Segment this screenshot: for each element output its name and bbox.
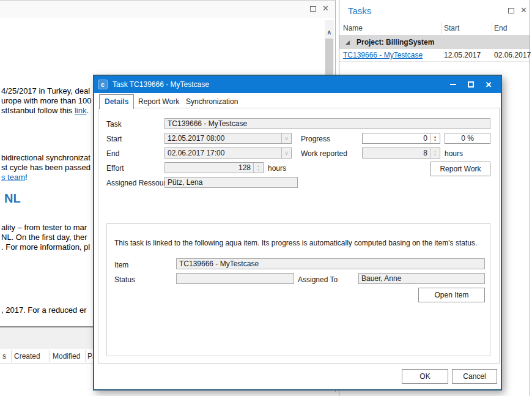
doc-text-line: NL. On the first day, ther — [1, 233, 87, 242]
assigned-resource-label: Assigned Ressource — [106, 179, 174, 187]
ok-button[interactable]: OK — [402, 369, 448, 384]
doc-text-line: bidirectional synchronizat — [1, 153, 91, 163]
work-reported-label: Work reported — [301, 149, 347, 158]
doc-text-line: st cycle has been passed — [1, 163, 91, 173]
task-field-label: Task — [106, 120, 122, 129]
doc-hyperlink[interactable]: s team — [1, 173, 25, 182]
group-label: Project: BillingSystem — [357, 35, 434, 49]
work-reported-spinner: 8 ▴▾ — [362, 148, 440, 159]
task-field: TC139666 - MyTestcase — [164, 118, 490, 129]
assigned-to-field: Bauer, Anne — [358, 273, 485, 284]
maximize-icon[interactable] — [508, 8, 514, 13]
start-field-label: Start — [106, 135, 122, 143]
screen: ✕ 4/25/2017 in Turkey, deal urope with m… — [0, 0, 532, 396]
doc-text-line: , 2017. For a reduced er — [1, 305, 86, 315]
chevron-down-icon[interactable]: ∨ — [281, 148, 291, 158]
progress-percent-display: 0 % — [445, 133, 490, 144]
column-header-name[interactable]: Name — [343, 21, 363, 35]
item-field: TC139666 - MyTestcase — [176, 258, 485, 269]
doc-heading: NL — [4, 192, 21, 206]
open-item-button[interactable]: Open Item — [418, 288, 485, 302]
effort-spinner: 128 ▴▾ — [164, 162, 264, 173]
doc-text-line: ality – from tester to mar — [1, 223, 87, 233]
scroll-up-icon[interactable]: ∧ — [325, 29, 334, 35]
spinner-arrows-icon: ▴▾ — [430, 148, 440, 158]
column-separator — [85, 350, 86, 362]
close-icon[interactable]: ✕ — [485, 80, 492, 89]
start-datetime-picker: 12.05.2017 08:00 ∨ — [164, 133, 292, 144]
column-header[interactable]: s — [2, 349, 6, 364]
tasks-grid-header: Name Start End — [339, 21, 530, 35]
task-start-cell: 12.05.2017 — [444, 49, 481, 62]
progress-field-label: Progress — [301, 135, 330, 143]
doc-text-line: s team! — [1, 173, 28, 182]
minimize-icon[interactable] — [449, 80, 457, 89]
chevron-down-icon[interactable]: ∨ — [281, 133, 291, 143]
doc-text-line: 4/25/2017 in Turkey, deal — [1, 86, 90, 96]
tab-details[interactable]: Details — [99, 94, 134, 109]
task-link[interactable]: TC139666 - MyTestcase — [343, 49, 423, 62]
work-reported-unit: hours — [445, 149, 463, 158]
column-separator — [492, 22, 492, 34]
spinner-arrows-icon[interactable]: ▴▾ — [430, 133, 440, 143]
tab-report-work[interactable]: Report Work — [133, 95, 184, 108]
assigned-to-label: Assigned To — [298, 275, 338, 284]
doc-text-line: . For more information, pl — [1, 242, 90, 252]
status-field — [176, 273, 294, 284]
column-header[interactable]: Modified — [53, 349, 80, 364]
doc-text-line: urope with more than 100 — [1, 96, 91, 106]
linked-item-groupbox: This task is linked to the following aqu… — [106, 223, 490, 356]
dialog-titlebar: c Task TC139666 - MyTestcase ✕ — [94, 76, 501, 93]
spinner-arrows-icon: ▴▾ — [253, 163, 263, 173]
task-dialog: c Task TC139666 - MyTestcase ✕ Details R… — [93, 75, 502, 390]
tasks-group-row[interactable]: ◢ Project: BillingSystem — [339, 35, 530, 49]
report-work-button[interactable]: Report Work — [430, 162, 490, 176]
linked-item-description: This task is linked to the following aqu… — [114, 239, 484, 247]
column-separator — [441, 22, 441, 34]
effort-unit: hours — [268, 164, 286, 173]
end-datetime-picker: 02.06.2017 17:00 ∨ — [164, 148, 292, 159]
task-end-cell: 02.06.2017 — [494, 49, 531, 62]
status-field-label: Status — [114, 275, 135, 284]
background-window-titlebar: ✕ — [0, 1, 335, 18]
tab-synchronization[interactable]: Synchronization — [181, 95, 243, 108]
maximize-icon[interactable] — [310, 6, 316, 12]
column-header-start[interactable]: Start — [444, 21, 459, 35]
column-header-end[interactable]: End — [494, 21, 507, 35]
cancel-button[interactable]: Cancel — [452, 369, 497, 384]
close-icon[interactable]: ✕ — [322, 5, 329, 12]
column-separator — [11, 350, 12, 362]
column-header[interactable]: Created — [14, 349, 40, 364]
effort-field-label: Effort — [106, 164, 124, 173]
item-field-label: Item — [114, 261, 128, 269]
maximize-icon[interactable] — [467, 80, 475, 89]
assigned-resource-field: Pütz, Lena — [164, 177, 298, 188]
column-separator — [49, 350, 50, 362]
progress-spinner[interactable]: 0 ▴▾ — [362, 133, 440, 144]
dialog-title: Task TC139666 - MyTestcase — [113, 80, 209, 89]
end-field-label: End — [106, 149, 119, 158]
doc-hyperlink[interactable]: link — [75, 106, 87, 115]
app-icon: c — [98, 80, 108, 89]
group-expand-icon[interactable]: ◢ — [345, 39, 350, 45]
table-row: TC139666 - MyTestcase 12.05.2017 02.06.2… — [339, 49, 530, 62]
tasks-panel-title: Tasks — [348, 6, 371, 16]
close-icon[interactable]: ✕ — [520, 7, 527, 14]
doc-text-line: stIstanbul follow this link. — [1, 106, 89, 116]
